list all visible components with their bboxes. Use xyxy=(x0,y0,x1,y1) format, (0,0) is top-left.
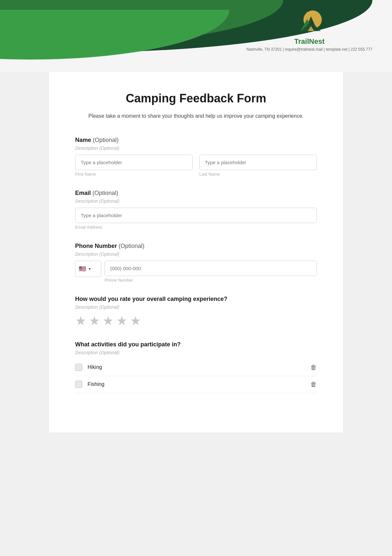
phone-row: 🇺🇸 ▼ Phone Number xyxy=(75,261,317,283)
brand-contact: Nashville, TN 37201 | inquire@trailnest.… xyxy=(246,47,372,52)
name-section-label: Name (Optional) xyxy=(75,137,317,144)
email-section-label: Email (Optional) xyxy=(75,190,317,197)
email-section: Email (Optional) Description (Optional) … xyxy=(75,190,317,230)
form-subtitle: Please take a moment to share your thoug… xyxy=(75,112,317,120)
phone-input-wrap: Phone Number xyxy=(105,261,317,283)
star-3[interactable]: ★ xyxy=(103,314,114,328)
country-select[interactable]: 🇺🇸 ▼ xyxy=(75,261,101,277)
rating-section-label: How would you rate your overall camping … xyxy=(75,296,317,303)
form-container: Camping Feedback Form Please take a mome… xyxy=(49,72,343,432)
phone-input[interactable] xyxy=(105,261,317,276)
fishing-delete-icon[interactable]: 🗑 xyxy=(310,381,317,388)
header: TrailNest Nashville, TN 37201 | inquire@… xyxy=(0,0,392,72)
last-name-input[interactable] xyxy=(199,155,317,170)
rating-description: Description (Optional) xyxy=(75,304,317,310)
last-name-hint: Last Name xyxy=(199,172,317,177)
phone-section: Phone Number (Optional) Description (Opt… xyxy=(75,243,317,283)
star-1[interactable]: ★ xyxy=(75,314,86,328)
checkbox-list: Hiking 🗑 Fishing 🗑 xyxy=(75,359,317,393)
email-input[interactable] xyxy=(75,208,317,223)
hiking-delete-icon[interactable]: 🗑 xyxy=(310,364,317,371)
brand-area: TrailNest Nashville, TN 37201 | inquire@… xyxy=(246,10,372,52)
last-name-col: Last Name xyxy=(199,155,317,177)
list-item: Fishing 🗑 xyxy=(75,376,317,393)
form-title: Camping Feedback Form xyxy=(75,92,317,105)
first-name-col: First Name xyxy=(75,155,193,177)
activities-section: What activities did you participate in? … xyxy=(75,341,317,393)
list-item: Hiking 🗑 xyxy=(75,359,317,376)
star-5[interactable]: ★ xyxy=(130,314,141,328)
hiking-checkbox[interactable] xyxy=(75,364,82,371)
brand-name: TrailNest xyxy=(294,37,325,46)
name-description: Description (Optional) xyxy=(75,146,317,151)
fishing-checkbox[interactable] xyxy=(75,381,82,388)
chevron-down-icon: ▼ xyxy=(88,267,91,271)
stars-row: ★ ★ ★ ★ ★ xyxy=(75,314,317,328)
name-section: Name (Optional) Description (Optional) F… xyxy=(75,137,317,177)
phone-hint: Phone Number xyxy=(105,278,317,283)
first-name-input[interactable] xyxy=(75,155,193,170)
activities-description: Description (Optional) xyxy=(75,350,317,355)
rating-section: How would you rate your overall camping … xyxy=(75,296,317,328)
fishing-label: Fishing xyxy=(88,381,105,387)
star-2[interactable]: ★ xyxy=(89,314,100,328)
name-field-row: First Name Last Name xyxy=(75,155,317,177)
email-description: Description (Optional) xyxy=(75,199,317,204)
checkbox-left: Hiking xyxy=(75,364,102,371)
phone-section-label: Phone Number (Optional) xyxy=(75,243,317,250)
phone-description: Description (Optional) xyxy=(75,252,317,257)
email-hint: Email Address xyxy=(75,225,317,230)
star-4[interactable]: ★ xyxy=(116,314,127,328)
flag-emoji: 🇺🇸 xyxy=(79,265,86,272)
activities-section-label: What activities did you participate in? xyxy=(75,341,317,348)
hiking-label: Hiking xyxy=(88,364,102,370)
first-name-hint: First Name xyxy=(75,172,193,177)
logo-icon xyxy=(295,10,324,36)
checkbox-left: Fishing xyxy=(75,381,105,388)
